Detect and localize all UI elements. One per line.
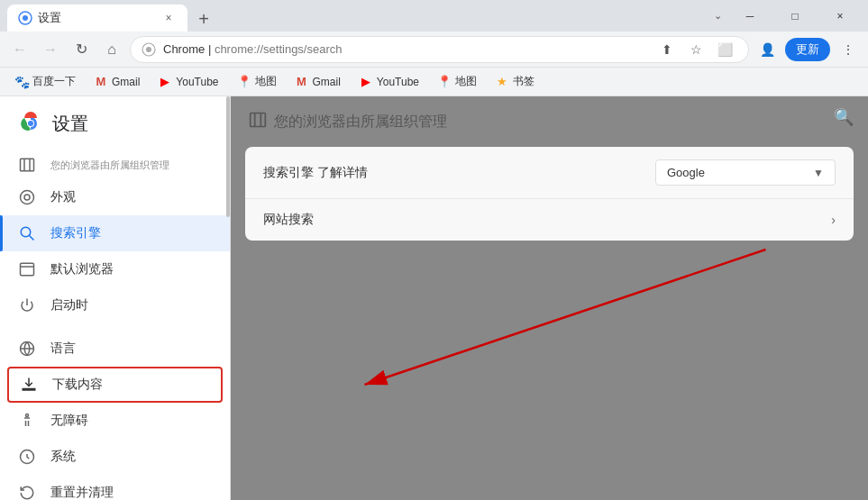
sidebar-item-appearance[interactable]: 外观: [0, 179, 230, 215]
bookmark-maps1[interactable]: 📍 地图: [230, 71, 284, 92]
system-icon: [18, 448, 36, 466]
search-icon: [18, 224, 36, 242]
bookmark-label: 书签: [513, 74, 535, 89]
power-icon: [18, 296, 36, 314]
svg-point-6: [28, 121, 33, 126]
site-search-row[interactable]: 网站搜索 ›: [245, 199, 854, 241]
youtube-icon2: ▶: [359, 75, 373, 89]
address-separator: |: [208, 42, 215, 56]
bookmark-gmail2[interactable]: M Gmail: [288, 72, 348, 92]
minimize-button[interactable]: ─: [729, 0, 771, 32]
sidebar-item-startup[interactable]: 启动时: [0, 287, 230, 323]
baidu-icon: 🐾: [14, 75, 29, 89]
dropdown-arrow-icon: ▼: [813, 167, 824, 179]
tab-search-button[interactable]: ⬜: [712, 37, 737, 62]
bookmark-label: Gmail: [313, 76, 341, 88]
gmail-icon: M: [94, 75, 108, 89]
system-label: 系统: [50, 449, 76, 465]
forward-button[interactable]: →: [38, 37, 63, 62]
maps-icon: 📍: [237, 75, 251, 89]
browser-label: 默认浏览器: [50, 261, 114, 277]
svg-point-10: [21, 191, 34, 205]
content-area: 🔍 您的浏览器由所属组织管理 搜索引擎 了解详情 Google ▼: [231, 96, 868, 500]
home-button[interactable]: ⌂: [99, 37, 124, 62]
svg-rect-7: [21, 159, 34, 171]
svg-rect-14: [21, 263, 34, 276]
address-text: Chrome | chrome://settings/search: [163, 42, 647, 56]
chevron-icon[interactable]: ⌄: [710, 10, 726, 22]
update-button[interactable]: 更新: [785, 38, 830, 61]
sidebar-item-reset[interactable]: 重置并清理: [0, 475, 230, 500]
bookmark-label: 地图: [255, 74, 277, 89]
accessibility-icon: [18, 412, 36, 430]
search-label: 搜索引擎: [50, 225, 101, 241]
sidebar-item-org[interactable]: 您的浏览器由所属组织管理: [0, 150, 230, 179]
sidebar-item-language[interactable]: 语言: [0, 331, 230, 367]
downloads-label: 下载内容: [52, 377, 103, 393]
reset-label: 重置并清理: [50, 485, 114, 500]
download-icon: [20, 376, 38, 394]
sidebar-item-accessibility[interactable]: 无障碍: [0, 403, 230, 439]
sidebar-header: 设置: [0, 96, 230, 150]
svg-point-18: [26, 414, 29, 417]
main-container: 设置 您的浏览器由所属组织管理 外观: [0, 96, 868, 500]
address-actions: ⬆ ☆ ⬜: [654, 37, 737, 62]
close-button[interactable]: ×: [819, 0, 861, 32]
share-button[interactable]: ⬆: [654, 37, 680, 62]
bookmark-maps2[interactable]: 📍 地图: [430, 71, 484, 92]
back-button[interactable]: ←: [7, 37, 32, 62]
address-url: chrome://settings/search: [215, 42, 343, 56]
bookmark-label: Gmail: [112, 76, 140, 88]
site-name: Chrome: [163, 42, 205, 56]
window-controls: ⌄ ─ □ ×: [710, 0, 861, 32]
tab-area: 设置 × +: [7, 0, 710, 32]
search-engine-value: Google: [667, 166, 705, 179]
site-icon: [142, 42, 156, 57]
bookmark-baiduSearch[interactable]: 🐾 百度一下: [7, 71, 83, 92]
address-bar[interactable]: Chrome | chrome://settings/search ⬆ ☆ ⬜: [130, 36, 749, 63]
search-engine-dropdown[interactable]: Google ▼: [655, 159, 836, 186]
active-tab[interactable]: 设置 ×: [7, 5, 187, 32]
sidebar-item-browser[interactable]: 默认浏览器: [0, 251, 230, 287]
site-search-chevron-icon: ›: [831, 213, 836, 227]
sidebar-title: 设置: [52, 112, 88, 136]
sidebar-item-system[interactable]: 系统: [0, 439, 230, 475]
menu-button[interactable]: ⋮: [836, 37, 861, 62]
youtube-icon: ▶: [158, 75, 172, 89]
tab-favicon: [18, 11, 32, 25]
bookmark-button[interactable]: ☆: [683, 37, 708, 62]
sidebar-item-downloads[interactable]: 下载内容: [7, 367, 223, 403]
reload-button[interactable]: ↻: [69, 37, 94, 62]
profile-button[interactable]: 👤: [754, 37, 780, 62]
maximize-button[interactable]: □: [774, 0, 816, 32]
globe-icon: [18, 340, 36, 358]
bookmark-label: YouTube: [176, 76, 218, 88]
bookmark-label: YouTube: [377, 76, 419, 88]
site-search-label: 网站搜索: [263, 212, 831, 228]
svg-point-11: [24, 195, 30, 200]
bookmark-label: 地图: [455, 74, 477, 89]
nav-bar: ← → ↻ ⌂ Chrome | chrome://settings/searc…: [0, 32, 868, 68]
org-banner-text: 您的浏览器由所属组织管理: [274, 113, 447, 132]
svg-rect-19: [251, 114, 266, 127]
svg-point-1: [23, 15, 28, 21]
tab-close-button[interactable]: ×: [160, 10, 177, 26]
sidebar-scrollbar[interactable]: [226, 96, 230, 217]
bookmarks-bar: 🐾 百度一下 M Gmail ▶ YouTube 📍 地图 M Gmail ▶ …: [0, 68, 868, 96]
svg-point-3: [146, 47, 151, 52]
bookmark-youtube2[interactable]: ▶ YouTube: [352, 72, 426, 92]
org-label: 您的浏览器由所属组织管理: [50, 159, 169, 172]
new-tab-button[interactable]: +: [191, 6, 216, 32]
reset-icon: [18, 484, 36, 500]
search-engine-label: 搜索引擎 了解详情: [263, 165, 655, 181]
chrome-logo: [18, 111, 43, 136]
bookmark-gmail1[interactable]: M Gmail: [87, 72, 147, 92]
bookmark-youtube1[interactable]: ▶ YouTube: [151, 72, 225, 92]
svg-point-12: [21, 227, 31, 237]
content-search-button[interactable]: 🔍: [834, 107, 854, 127]
accessibility-label: 无障碍: [50, 413, 88, 429]
search-engine-row[interactable]: 搜索引擎 了解详情 Google ▼: [245, 147, 854, 199]
bookmark-bookmarks[interactable]: ★ 书签: [488, 71, 542, 92]
sidebar-item-search[interactable]: 搜索引擎: [0, 215, 230, 251]
language-label: 语言: [50, 341, 76, 357]
